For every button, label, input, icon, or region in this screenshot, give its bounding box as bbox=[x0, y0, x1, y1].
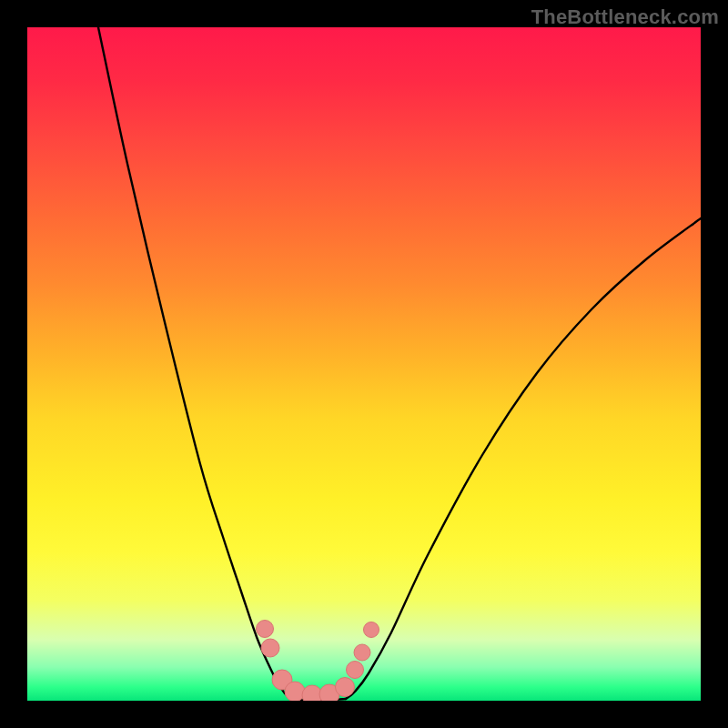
bead-dot bbox=[347, 662, 364, 679]
bead-dot bbox=[285, 682, 305, 701]
bead-dot bbox=[257, 621, 274, 638]
bead-dot bbox=[354, 644, 370, 661]
chart-plot-area bbox=[27, 27, 701, 701]
bead-group bbox=[257, 621, 379, 702]
bead-dot bbox=[261, 639, 279, 657]
right-curve bbox=[346, 218, 701, 699]
watermark-text: TheBottleneck.com bbox=[531, 5, 719, 29]
left-curve bbox=[98, 27, 291, 699]
curve-layer bbox=[27, 27, 701, 701]
bead-dot bbox=[336, 678, 355, 697]
bead-dot bbox=[364, 622, 379, 638]
